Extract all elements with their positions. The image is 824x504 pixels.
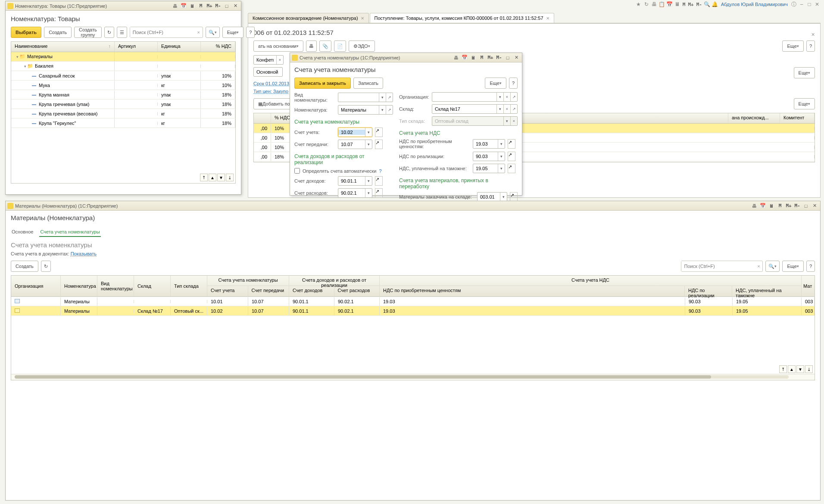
search-input[interactable] <box>681 261 755 271</box>
tree-row[interactable]: Мука кг 10% <box>11 81 235 90</box>
help-button[interactable]: ? <box>806 261 815 272</box>
scroll-down-icon[interactable]: ▼ <box>217 174 225 181</box>
nomen-input[interactable] <box>338 107 379 112</box>
open-icon[interactable]: ↗ <box>375 188 383 198</box>
col-name[interactable]: Наименование↑ <box>11 42 115 52</box>
scroll-bottom-icon[interactable]: ⤓ <box>805 365 813 373</box>
auto-checkbox[interactable] <box>294 168 300 174</box>
scroll-up-icon[interactable]: ▲ <box>788 365 796 373</box>
dropdown-icon[interactable]: ▾ <box>496 105 503 113</box>
tree-row[interactable]: Сахарный песок упак 10% <box>11 71 235 81</box>
col-vat[interactable]: % НДС <box>201 42 235 52</box>
col-expense[interactable]: Счет расходов <box>334 286 380 296</box>
close-icon[interactable]: ✕ <box>546 16 549 21</box>
col-article[interactable]: Артикул <box>115 42 158 52</box>
open-icon[interactable]: ↗ <box>375 128 383 137</box>
col-acc[interactable]: Счет учета <box>207 286 248 296</box>
info-icon[interactable]: ⓘ <box>790 1 797 8</box>
maximize-icon[interactable]: □ <box>802 202 810 209</box>
help-button[interactable]: ? <box>806 40 815 52</box>
search-button[interactable]: 🔍 <box>765 261 780 272</box>
more-button[interactable]: Еще <box>782 261 803 272</box>
open-icon[interactable]: ↗ <box>510 105 517 113</box>
close-icon[interactable]: ✕ <box>811 202 818 209</box>
m-icon[interactable]: M <box>682 2 687 7</box>
col-unit[interactable]: Единица <box>158 42 201 52</box>
tree-row[interactable]: Крупа манная упак 18% <box>11 90 235 100</box>
search-input[interactable] <box>130 27 195 37</box>
create-button[interactable]: Создать <box>44 27 72 38</box>
scroll-up-icon[interactable]: ▲ <box>209 174 216 181</box>
col-transfer[interactable]: Счет передачи <box>248 286 289 296</box>
price-type-link[interactable]: Тип цен: Закупо <box>253 89 288 94</box>
calc-icon[interactable]: 🖩 <box>469 54 477 61</box>
scroll-bottom-icon[interactable]: ⤓ <box>226 174 234 181</box>
dropdown-icon[interactable]: ▾ <box>365 177 372 185</box>
m-icon[interactable]: M <box>776 202 784 209</box>
open-icon[interactable]: ↗ <box>508 152 515 161</box>
scroll-down-icon[interactable]: ▼ <box>796 365 804 373</box>
expense-input[interactable] <box>338 190 365 196</box>
close-icon[interactable]: ✕ <box>512 54 520 61</box>
attach-button[interactable]: 📎 <box>319 40 331 52</box>
m-plus-icon[interactable]: M+ <box>206 3 213 9</box>
tree-row[interactable]: Крупа "Геркулес" кг 18% <box>11 118 235 128</box>
kind-input[interactable] <box>338 95 379 100</box>
based-on-button[interactable]: ать на основании <box>253 40 303 52</box>
close-icon[interactable]: ✕ <box>231 3 239 9</box>
org-input[interactable] <box>254 57 276 62</box>
dropdown-icon[interactable]: ▾ <box>379 93 386 102</box>
more-button[interactable]: Еще <box>794 67 815 78</box>
hscrollbar[interactable] <box>15 375 789 379</box>
zoom-icon[interactable]: 🔍 <box>704 1 711 8</box>
help-button[interactable]: ? <box>509 78 518 89</box>
acc-input[interactable] <box>338 130 365 135</box>
dropdown-icon[interactable]: ▾ <box>498 152 505 161</box>
open-icon[interactable]: ↗ <box>508 164 515 173</box>
tab-commission[interactable]: Комиссионное вознаграждение (Номенклатур… <box>248 13 369 23</box>
calendar-icon[interactable]: 📅 <box>180 3 187 9</box>
calendar-icon[interactable]: 📅 <box>759 202 767 209</box>
print-icon[interactable]: 🖶 <box>452 54 460 61</box>
wh-input[interactable] <box>432 106 496 112</box>
org-input[interactable] <box>432 94 496 100</box>
search-button[interactable]: 🔍 <box>206 27 220 38</box>
m-plus-icon[interactable]: M+ <box>487 54 494 61</box>
calendar-icon[interactable]: 📅 <box>461 54 468 61</box>
open-icon[interactable]: ↗ <box>375 140 383 149</box>
open-icon[interactable]: ↗ <box>386 93 393 102</box>
open-icon[interactable]: ↗ <box>510 93 517 101</box>
more-button[interactable]: Еще <box>485 78 506 89</box>
dropdown-icon[interactable]: ▾ <box>365 140 372 149</box>
close-icon[interactable]: ✕ <box>814 1 821 8</box>
star-icon[interactable]: ★ <box>635 1 642 8</box>
vat-purchase-input[interactable] <box>473 141 498 146</box>
table-row[interactable]: Материалы 10.01 10.07 90.01.1 90.02.1 19… <box>11 297 815 306</box>
calendar-icon[interactable]: 📅 <box>666 1 673 8</box>
dropdown-icon[interactable]: ▾ <box>379 106 386 114</box>
col-vatp[interactable]: НДС по приобретенным ценностям <box>380 286 685 296</box>
term-link[interactable]: Срок 01.02.2013 <box>253 81 289 86</box>
tab-receipt[interactable]: Поступление: Товары, услуги, комиссия КП… <box>370 13 554 23</box>
tree-row[interactable]: ▾📁Материалы <box>11 52 235 62</box>
select-button[interactable]: Выбрать <box>11 27 41 38</box>
save-close-button[interactable]: Записать и закрыть <box>294 78 351 89</box>
clear-icon[interactable]: × <box>755 264 762 269</box>
col-wh[interactable]: Склад <box>134 276 171 296</box>
m-plus-icon[interactable]: M+ <box>785 202 793 209</box>
clear-icon[interactable]: × <box>503 105 510 113</box>
tree-row[interactable]: Крупа гречневая (упак) упак 18% <box>11 100 235 109</box>
col-wh-type[interactable]: Тип склада <box>171 276 207 296</box>
maximize-icon[interactable]: □ <box>504 54 512 61</box>
chevron-icon[interactable]: ▾ <box>24 64 26 68</box>
dropdown-icon[interactable]: ▾ <box>498 164 505 173</box>
scroll-top-icon[interactable]: ⤒ <box>779 365 787 373</box>
open-icon[interactable]: ↗ <box>508 139 515 149</box>
clear-icon[interactable]: × <box>276 56 283 64</box>
print-button[interactable]: 🖶 <box>306 40 317 52</box>
calc-icon[interactable]: 🖩 <box>188 3 196 9</box>
user-name[interactable]: Абдулов Юрий Владимирович <box>721 2 788 7</box>
clear-icon[interactable]: × <box>503 93 510 101</box>
m-minus-icon[interactable]: M- <box>495 54 503 61</box>
dropdown-icon[interactable]: ▾ <box>365 128 372 137</box>
